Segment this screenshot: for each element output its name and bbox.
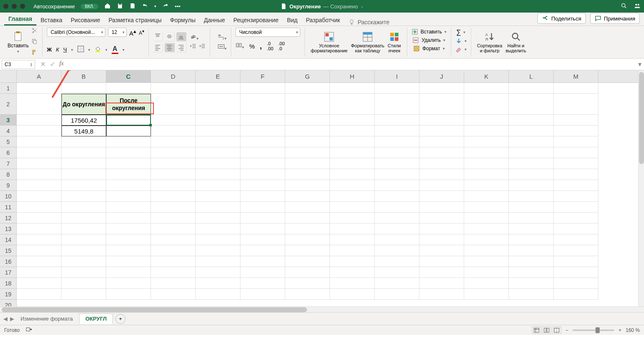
font-name-combo[interactable]: Calibri (Основной...▾ — [47, 28, 105, 37]
row-header-17[interactable]: 17 — [0, 267, 16, 278]
row-header-3[interactable]: 3 — [0, 115, 16, 126]
align-bottom-icon[interactable] — [176, 32, 187, 41]
sheet-next-icon[interactable]: ▶ — [10, 316, 14, 322]
cancel-icon[interactable]: ✕ — [40, 60, 46, 68]
save-as-icon[interactable] — [129, 3, 136, 10]
grow-font-icon[interactable]: A▴ — [129, 28, 136, 37]
tab-home[interactable]: Главная — [4, 13, 36, 26]
view-page-layout-icon[interactable] — [542, 326, 551, 334]
currency-icon[interactable]: ▾ — [235, 42, 244, 50]
orientation-icon[interactable]: ab▾ — [190, 33, 206, 41]
italic-button[interactable]: К — [56, 46, 59, 53]
autosave-toggle[interactable]: ВКЛ. — [81, 4, 98, 9]
row-header-14[interactable]: 14 — [0, 234, 16, 245]
col-header-I[interactable]: I — [375, 70, 419, 82]
row-header-12[interactable]: 12 — [0, 213, 16, 224]
sheet-tab-1[interactable]: Изменение формата — [14, 313, 79, 324]
row-header-20[interactable]: 20 — [0, 300, 16, 306]
minimize-dot[interactable] — [12, 4, 17, 9]
col-header-G[interactable]: G — [285, 70, 330, 82]
fx-icon[interactable]: fx — [59, 60, 64, 68]
search-icon[interactable] — [621, 3, 627, 10]
row-header-13[interactable]: 13 — [0, 224, 16, 234]
comments-button[interactable]: Примечания — [590, 13, 640, 24]
cell-C3-selected[interactable] — [106, 115, 151, 126]
tab-data[interactable]: Данные — [199, 14, 229, 26]
add-sheet-button[interactable]: + — [115, 314, 125, 324]
col-header-A[interactable]: A — [17, 70, 61, 82]
format-cells-button[interactable]: Формат▾ — [413, 44, 445, 53]
align-right-icon[interactable] — [176, 43, 187, 52]
more-icon[interactable]: ••• — [175, 3, 181, 10]
increase-decimal-icon[interactable]: .0.00 — [267, 41, 273, 51]
row-header-9[interactable]: 9 — [0, 180, 16, 191]
row-header-8[interactable]: 8 — [0, 169, 16, 180]
zoom-slider-thumb[interactable] — [595, 327, 600, 333]
copy-icon[interactable] — [31, 38, 38, 46]
percent-icon[interactable]: % — [249, 43, 255, 50]
row-header-6[interactable]: 6 — [0, 147, 16, 158]
paste-button[interactable]: Вставить ▾ — [8, 31, 29, 54]
formula-input[interactable] — [69, 60, 636, 69]
cells-area[interactable]: До округленияПосле округления 17560,42 5… — [17, 83, 638, 306]
decrease-decimal-icon[interactable]: .00.0 — [279, 41, 285, 51]
row-header-5[interactable]: 5 — [0, 136, 16, 147]
row-header-7[interactable]: 7 — [0, 158, 16, 169]
wrap-text-icon[interactable]: ab▾ — [218, 33, 227, 41]
col-header-K[interactable]: K — [464, 70, 509, 82]
format-painter-icon[interactable] — [31, 49, 38, 57]
row-header-19[interactable]: 19 — [0, 289, 16, 300]
tab-page-layout[interactable]: Разметка страницы — [105, 14, 166, 26]
align-top-icon[interactable] — [153, 32, 163, 41]
maximize-dot[interactable] — [20, 4, 25, 9]
row-header-4[interactable]: 4 — [0, 126, 16, 136]
undo-dropdown[interactable]: ▾ — [154, 4, 156, 8]
row-header-10[interactable]: 10 — [0, 191, 16, 202]
share-people-icon[interactable] — [634, 3, 641, 10]
col-header-L[interactable]: L — [509, 70, 554, 82]
fill-handle[interactable] — [149, 124, 152, 126]
tab-insert[interactable]: Вставка — [36, 14, 66, 26]
select-all-corner[interactable] — [0, 70, 17, 83]
vertical-scroll-thumb[interactable] — [639, 72, 644, 164]
enter-icon[interactable]: ✓ — [50, 60, 55, 68]
tab-formulas[interactable]: Формулы — [166, 14, 200, 26]
bold-button[interactable]: Ж — [47, 46, 52, 53]
col-header-D[interactable]: D — [151, 70, 196, 82]
number-format-combo[interactable]: Числовой▾ — [235, 28, 300, 37]
tab-developer[interactable]: Разработчик — [302, 14, 344, 26]
close-dot[interactable] — [3, 4, 8, 9]
vertical-scrollbar[interactable] — [638, 70, 644, 306]
zoom-in-button[interactable]: + — [618, 327, 621, 333]
cell-B3[interactable]: 17560,42 — [61, 115, 106, 126]
col-header-H[interactable]: H — [330, 70, 375, 82]
tell-me[interactable]: Расскажите — [348, 19, 389, 26]
row-header-16[interactable]: 16 — [0, 256, 16, 267]
borders-icon[interactable] — [77, 46, 84, 54]
sort-filter-button[interactable]: АЯ Сортировка и фильтр — [475, 31, 504, 53]
col-header-E[interactable]: E — [196, 70, 240, 82]
cut-icon[interactable] — [31, 27, 38, 36]
paste-dropdown[interactable]: ▾ — [17, 49, 19, 54]
horizontal-scroll-thumb[interactable] — [2, 307, 307, 312]
cell-B4[interactable]: 5149,8 — [61, 126, 106, 136]
col-header-M[interactable]: M — [554, 70, 598, 82]
row-header-1[interactable]: 1 — [0, 83, 16, 94]
align-middle-icon[interactable] — [165, 32, 175, 41]
font-size-combo[interactable]: 12▾ — [108, 28, 127, 37]
align-left-icon[interactable] — [153, 43, 163, 52]
clear-button[interactable]: ▾ — [455, 45, 467, 54]
tab-draw[interactable]: Рисование — [66, 14, 105, 26]
font-color-icon[interactable]: А — [112, 45, 118, 54]
home-icon[interactable] — [104, 3, 111, 10]
col-header-F[interactable]: F — [240, 70, 285, 82]
name-box[interactable]: C3 ▴▾ — [2, 60, 35, 69]
view-page-break-icon[interactable] — [552, 326, 561, 334]
indent-increase-icon[interactable] — [199, 43, 206, 51]
row-header-11[interactable]: 11 — [0, 202, 16, 213]
indent-decrease-icon[interactable] — [190, 43, 197, 51]
delete-cells-button[interactable]: Удалить▾ — [412, 36, 445, 44]
cell-C2[interactable]: После округления — [106, 94, 151, 115]
autosum-button[interactable]: ∑▾ — [456, 28, 465, 37]
fill-color-icon[interactable] — [95, 46, 101, 54]
